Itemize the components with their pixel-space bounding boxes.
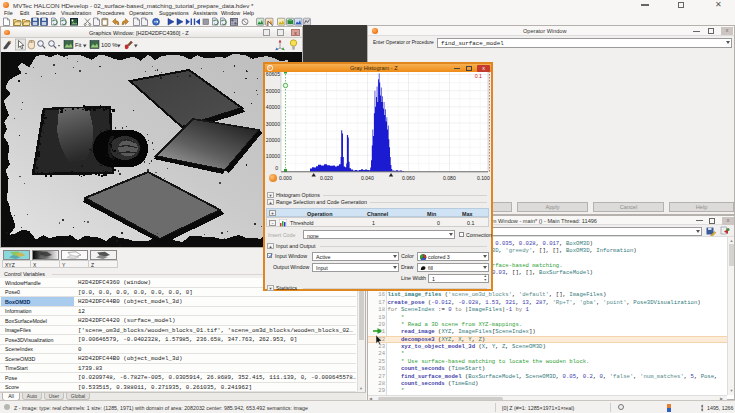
svg-text:100 %: 100 % (101, 42, 117, 48)
svg-text:Fit: Fit (75, 42, 82, 48)
